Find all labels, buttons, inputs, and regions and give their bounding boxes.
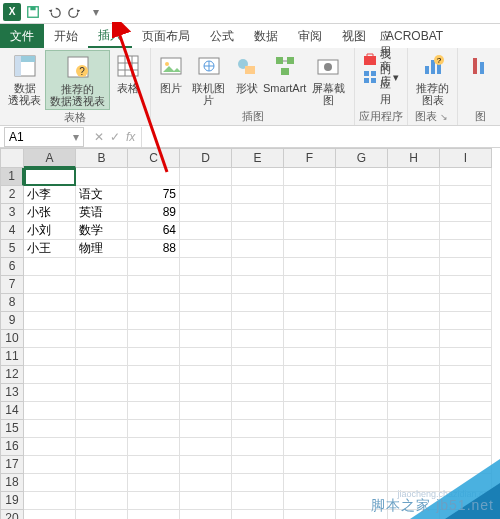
picture-button[interactable]: 图片 [155, 50, 187, 96]
formula-input[interactable] [142, 127, 500, 147]
cell-F9[interactable] [284, 312, 336, 330]
cell-D6[interactable] [180, 258, 232, 276]
cell-H2[interactable] [388, 186, 440, 204]
cell-I3[interactable] [440, 204, 492, 222]
cell-C2[interactable]: 75 [128, 186, 180, 204]
cell-D4[interactable] [180, 222, 232, 240]
cell-E5[interactable] [232, 240, 284, 258]
cell-C20[interactable] [128, 510, 180, 519]
cell-F16[interactable] [284, 438, 336, 456]
undo-button[interactable] [44, 2, 64, 22]
cell-B12[interactable] [76, 366, 128, 384]
cell-E10[interactable] [232, 330, 284, 348]
cell-F14[interactable] [284, 402, 336, 420]
cell-F15[interactable] [284, 420, 336, 438]
row-header-11[interactable]: 11 [0, 348, 24, 366]
cell-G8[interactable] [336, 294, 388, 312]
cell-H4[interactable] [388, 222, 440, 240]
cell-E17[interactable] [232, 456, 284, 474]
screenshot-button[interactable]: 屏幕截图 [306, 50, 350, 108]
cell-F4[interactable] [284, 222, 336, 240]
col-header-B[interactable]: B [76, 148, 128, 168]
cell-D17[interactable] [180, 456, 232, 474]
cell-D3[interactable] [180, 204, 232, 222]
cell-D14[interactable] [180, 402, 232, 420]
cell-A16[interactable] [24, 438, 76, 456]
app-icon[interactable]: X [2, 2, 22, 22]
cell-E9[interactable] [232, 312, 284, 330]
row-header-4[interactable]: 4 [0, 222, 24, 240]
fx-icon[interactable]: fx [126, 130, 135, 144]
cell-C4[interactable]: 64 [128, 222, 180, 240]
cell-B20[interactable] [76, 510, 128, 519]
cell-B7[interactable] [76, 276, 128, 294]
cell-F19[interactable] [284, 492, 336, 510]
cell-H15[interactable] [388, 420, 440, 438]
cell-I1[interactable] [440, 168, 492, 186]
cell-A8[interactable] [24, 294, 76, 312]
cell-I13[interactable] [440, 384, 492, 402]
cell-B14[interactable] [76, 402, 128, 420]
cell-H7[interactable] [388, 276, 440, 294]
cell-B10[interactable] [76, 330, 128, 348]
cell-I5[interactable] [440, 240, 492, 258]
cell-E16[interactable] [232, 438, 284, 456]
pivot-table-button[interactable]: 数据 透视表 [4, 50, 45, 108]
cell-A12[interactable] [24, 366, 76, 384]
cell-H6[interactable] [388, 258, 440, 276]
row-header-15[interactable]: 15 [0, 420, 24, 438]
cell-C8[interactable] [128, 294, 180, 312]
row-header-9[interactable]: 9 [0, 312, 24, 330]
row-header-8[interactable]: 8 [0, 294, 24, 312]
cell-H14[interactable] [388, 402, 440, 420]
cell-D8[interactable] [180, 294, 232, 312]
cell-A6[interactable] [24, 258, 76, 276]
cell-G14[interactable] [336, 402, 388, 420]
cell-G7[interactable] [336, 276, 388, 294]
cell-H16[interactable] [388, 438, 440, 456]
cell-A15[interactable] [24, 420, 76, 438]
cell-F20[interactable] [284, 510, 336, 519]
cell-I2[interactable] [440, 186, 492, 204]
cell-D2[interactable] [180, 186, 232, 204]
cell-B2[interactable]: 语文 [76, 186, 128, 204]
cell-A10[interactable] [24, 330, 76, 348]
cell-E4[interactable] [232, 222, 284, 240]
recommended-pivot-button[interactable]: ? 推荐的 数据透视表 [45, 50, 110, 110]
cell-I15[interactable] [440, 420, 492, 438]
row-header-14[interactable]: 14 [0, 402, 24, 420]
cell-F18[interactable] [284, 474, 336, 492]
cell-C11[interactable] [128, 348, 180, 366]
cell-A7[interactable] [24, 276, 76, 294]
cell-B17[interactable] [76, 456, 128, 474]
redo-button[interactable] [65, 2, 85, 22]
cell-G16[interactable] [336, 438, 388, 456]
cell-G15[interactable] [336, 420, 388, 438]
row-header-20[interactable]: 20 [0, 510, 24, 519]
cell-B8[interactable] [76, 294, 128, 312]
cell-G11[interactable] [336, 348, 388, 366]
cell-E3[interactable] [232, 204, 284, 222]
cell-B1[interactable] [76, 168, 128, 186]
cell-E8[interactable] [232, 294, 284, 312]
cell-B11[interactable] [76, 348, 128, 366]
cell-A11[interactable] [24, 348, 76, 366]
cell-A14[interactable] [24, 402, 76, 420]
cell-G3[interactable] [336, 204, 388, 222]
col-header-D[interactable]: D [180, 148, 232, 168]
cell-C9[interactable] [128, 312, 180, 330]
cell-E20[interactable] [232, 510, 284, 519]
cell-F12[interactable] [284, 366, 336, 384]
row-header-3[interactable]: 3 [0, 204, 24, 222]
cell-I10[interactable] [440, 330, 492, 348]
cell-B3[interactable]: 英语 [76, 204, 128, 222]
recommended-charts-button[interactable]: ? 推荐的 图表 [412, 50, 453, 108]
smartart-button[interactable]: SmartArt [263, 50, 306, 96]
row-header-7[interactable]: 7 [0, 276, 24, 294]
myapps-button[interactable]: 我的应用 ▾ [359, 68, 403, 86]
cell-D12[interactable] [180, 366, 232, 384]
cell-B6[interactable] [76, 258, 128, 276]
cell-C5[interactable]: 88 [128, 240, 180, 258]
tab-review[interactable]: 审阅 [288, 24, 332, 48]
cell-E11[interactable] [232, 348, 284, 366]
